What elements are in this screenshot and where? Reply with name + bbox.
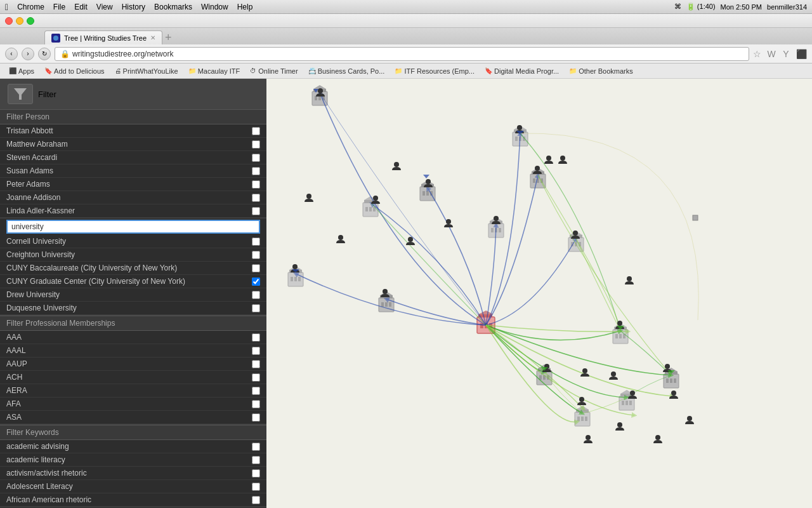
forward-button[interactable]: › (22, 48, 34, 60)
filter-university-item[interactable]: CUNY Baccalaureate (City University of N… (0, 262, 266, 275)
filter-membership-item[interactable]: AAAL (0, 344, 266, 358)
refresh-button[interactable]: ↻ (38, 48, 51, 60)
steven-accardi-checkbox[interactable] (252, 154, 260, 162)
menu-window[interactable]: Window (201, 3, 228, 11)
apple-menu[interactable]:  (5, 2, 8, 12)
username: benmiller314 (767, 3, 807, 11)
menu-history[interactable]: History (122, 3, 145, 11)
filter-university-item[interactable]: Creighton University (0, 248, 266, 262)
bookmarks-bar: ⬛ Apps 🔖 Add to Delicious 🖨 PrintWhatYou… (0, 64, 812, 79)
bookmark-apps[interactable]: ⬛ Apps (5, 66, 38, 76)
tab-close-icon[interactable]: ✕ (150, 34, 155, 41)
joanne-addison-checkbox[interactable] (252, 194, 260, 202)
new-tab-button[interactable]: + (165, 31, 172, 44)
bookmark-timer[interactable]: ⏱ Online Timer (246, 66, 301, 76)
african-american-rhetoric-checkbox[interactable] (252, 496, 260, 504)
filter-person-item[interactable]: Susan Adams (0, 164, 266, 178)
filter-university-item[interactable]: Duquesne University (0, 302, 266, 315)
filter-membership-item[interactable]: AFA (0, 398, 266, 411)
filter-university-item[interactable]: Drew University (0, 288, 266, 302)
filter-keyword-item[interactable]: Adolescent Literacy (0, 480, 266, 493)
filter-membership-item[interactable]: ASA (0, 411, 266, 424)
url-bar[interactable]: 🔒 writingstudiestree.org/network (55, 47, 749, 61)
filter-person-item[interactable]: Tristan Abbott (0, 124, 266, 138)
macaulay-icon: 📁 (188, 67, 196, 74)
adolescent-literacy-checkbox[interactable] (252, 483, 260, 491)
svg-point-108 (627, 276, 632, 281)
tristan-abbott-checkbox[interactable] (252, 127, 260, 135)
bookmark-itf-label: ITF Resources (Emp... (404, 67, 475, 75)
drew-university-checkbox[interactable] (252, 291, 260, 299)
ach-checkbox[interactable] (252, 373, 260, 382)
svg-point-102 (383, 289, 388, 294)
aaa-checkbox[interactable] (252, 333, 260, 342)
svg-rect-40 (298, 277, 301, 281)
filter-person-item[interactable]: Matthew Abraham (0, 138, 266, 151)
duquesne-university-checkbox[interactable] (252, 304, 260, 312)
bookmark-business[interactable]: 📇 Business Cards, Po... (304, 66, 389, 76)
bookmark-other[interactable]: 📁 Other Bookmarks (565, 66, 637, 76)
menu-bookmarks[interactable]: Bookmarks (154, 3, 192, 11)
cuny-baccalaureate-checkbox[interactable] (252, 264, 260, 272)
svg-point-113 (630, 391, 635, 396)
svg-point-123 (617, 422, 622, 427)
menu-chrome[interactable]: Chrome (17, 3, 44, 11)
asa-checkbox[interactable] (252, 413, 260, 422)
university-search-input[interactable] (6, 220, 260, 234)
bookmark-macaulay[interactable]: 📁 Macaulay ITF (185, 66, 244, 76)
bookmark-star-icon[interactable]: ☆ (753, 49, 761, 59)
minimize-button[interactable] (16, 17, 23, 25)
bookmark-delicious[interactable]: 🔖 Add to Delicious (41, 66, 108, 76)
filter-keyword-item[interactable]: activism/activist rhetoric (0, 467, 266, 480)
filter-membership-item[interactable]: AERA (0, 384, 266, 398)
peter-adams-checkbox[interactable] (252, 180, 260, 189)
susan-adams-checkbox[interactable] (252, 167, 260, 175)
creighton-university-checkbox[interactable] (252, 251, 260, 259)
academic-advising-checkbox[interactable] (252, 443, 260, 451)
cuny-graduate-checkbox[interactable] (252, 277, 260, 286)
main-content: Filter Filter Person Tristan Abbott Matt… (0, 79, 812, 508)
filter-person-item[interactable]: Joanne Addison (0, 191, 266, 204)
linda-adler-kassner-checkbox[interactable] (252, 207, 260, 215)
filter-person-item[interactable]: Linda Adler-Kassner (0, 204, 266, 218)
graph-area[interactable]: Legend Mentored Studied At Worked Alongs… (266, 79, 812, 508)
filter-membership-item[interactable]: ACH (0, 371, 266, 384)
filter-list[interactable]: Filter Person Tristan Abbott Matthew Abr… (0, 109, 266, 508)
matthew-abraham-checkbox[interactable] (252, 140, 260, 149)
aera-checkbox[interactable] (252, 387, 260, 395)
back-button[interactable]: ‹ (5, 48, 18, 60)
filter-keyword-item[interactable]: academic literacy (0, 453, 266, 467)
network-graph[interactable] (266, 79, 812, 508)
aaup-checkbox[interactable] (252, 360, 260, 368)
filter-keyword-item[interactable]: African American rhetoric (0, 493, 266, 507)
filter-university-item[interactable]: CUNY Graduate Center (City University of… (0, 275, 266, 288)
menu-help[interactable]: Help (237, 3, 253, 11)
filter-membership-item[interactable]: AAA (0, 331, 266, 344)
active-tab[interactable]: Tree | Writing Studies Tree ✕ (44, 30, 162, 44)
bookmark-digital[interactable]: 🔖 Digital Media Progr... (481, 66, 563, 76)
left-panel: Filter Filter Person Tristan Abbott Matt… (0, 79, 266, 508)
bookmark-printwhat[interactable]: 🖨 PrintWhatYouLike (111, 66, 182, 76)
afa-checkbox[interactable] (252, 400, 260, 408)
menu-edit[interactable]: Edit (74, 3, 88, 11)
filter-person-item[interactable]: Steven Accardi (0, 151, 266, 164)
menu-file[interactable]: File (53, 3, 65, 11)
filter-person-item[interactable]: Peter Adams (0, 178, 266, 191)
bookmark-business-label: Business Cards, Po... (318, 67, 385, 75)
close-button[interactable] (5, 17, 13, 25)
lock-icon: 🔒 (60, 50, 70, 58)
delicious-icon: 🔖 (44, 67, 52, 74)
activism-checkbox[interactable] (252, 469, 260, 478)
maximize-button[interactable] (27, 17, 34, 25)
menu-view[interactable]: View (96, 3, 113, 11)
filter-university-item[interactable]: Cornell University (0, 235, 266, 248)
academic-literacy-checkbox[interactable] (252, 456, 260, 464)
svg-rect-26 (422, 191, 425, 196)
svg-rect-34 (499, 228, 501, 232)
filter-membership-item[interactable]: AAUP (0, 358, 266, 371)
bookmark-digital-label: Digital Media Progr... (494, 67, 559, 75)
cornell-university-checkbox[interactable] (252, 237, 260, 246)
filter-keyword-item[interactable]: academic advising (0, 440, 266, 453)
bookmark-itf[interactable]: 📁 ITF Resources (Emp... (391, 66, 478, 76)
aaal-checkbox[interactable] (252, 347, 260, 355)
